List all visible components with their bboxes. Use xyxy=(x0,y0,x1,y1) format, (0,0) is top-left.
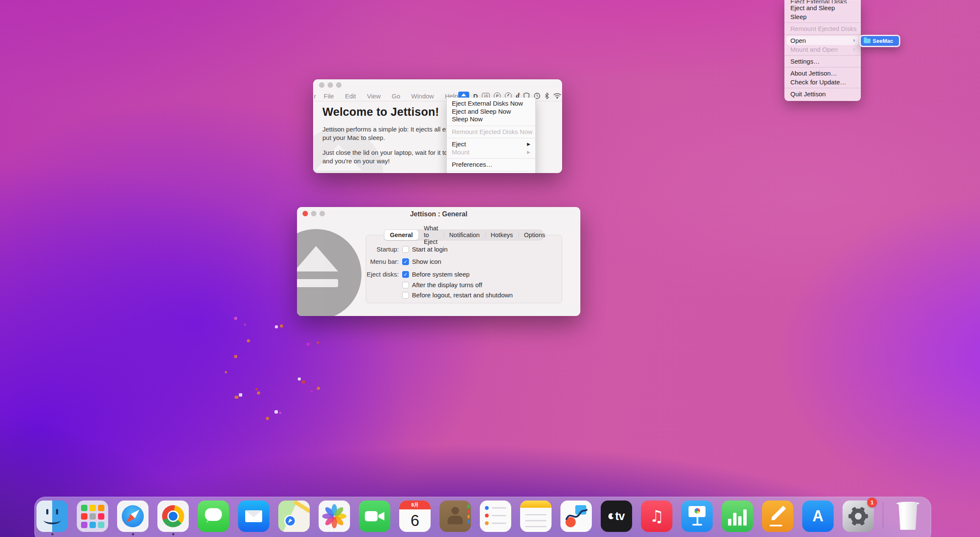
welcome-window: r File Edit View Go Window Help D 15 P d… xyxy=(313,79,562,173)
tv-label: tv xyxy=(615,510,624,523)
menu-item-sleep[interactable]: Sleep xyxy=(784,12,861,21)
bluetooth-icon[interactable] xyxy=(545,92,549,99)
running-indicator-chrome xyxy=(172,533,174,535)
menu-separator xyxy=(447,158,535,159)
menu-file[interactable]: File xyxy=(324,92,334,100)
app-store-letter: A xyxy=(812,507,823,525)
dock-icon-system-settings[interactable]: 1 xyxy=(843,501,874,532)
menu-app-partial: r xyxy=(314,92,316,100)
dock-icon-music[interactable]: ♫ xyxy=(641,501,672,532)
dock-icon-pages[interactable] xyxy=(762,501,793,532)
menu-bar-row: Menu bar: ✓ Show icon xyxy=(402,258,441,265)
dock-icon-app-store[interactable]: A xyxy=(802,501,834,532)
confetti-speck xyxy=(234,355,237,358)
menu-view[interactable]: View xyxy=(367,92,381,100)
submenu-arrow-icon: ▶ xyxy=(527,140,530,148)
apple-logo-icon xyxy=(608,513,614,519)
tab-notification[interactable]: Notification xyxy=(444,230,485,240)
dock-icon-apple-tv[interactable]: tv xyxy=(601,501,632,532)
menu-item-settings[interactable]: Settings… xyxy=(784,57,861,66)
menu-item-quit-jettison[interactable]: Quit Jettison xyxy=(784,90,861,98)
calendar-day: 6 xyxy=(399,509,431,532)
running-indicator-safari xyxy=(132,533,134,535)
menu-item-eject-and-sleep-now[interactable]: Eject and Sleep Now xyxy=(447,108,535,116)
startup-label: Startup: xyxy=(376,246,399,253)
menu-item-check-for-update[interactable]: Check for Update… xyxy=(784,78,861,87)
submenu-item-seemac[interactable]: SeeMac xyxy=(861,36,899,46)
window-title: Jettison : General xyxy=(297,210,580,218)
tab-bar: General What to Eject Notification Hotke… xyxy=(384,229,543,241)
tab-options[interactable]: Options xyxy=(518,230,551,240)
confetti-speck xyxy=(311,390,313,392)
menu-item-eject[interactable]: Eject ▶ xyxy=(447,140,535,148)
submenu-arrow-icon: › xyxy=(853,36,855,45)
show-icon-label: Show icon xyxy=(412,258,441,265)
folder-icon xyxy=(864,39,871,43)
open-submenu: SeeMac xyxy=(860,35,900,47)
tab-general[interactable]: General xyxy=(384,230,418,240)
before-system-sleep-checkbox[interactable]: ✓ xyxy=(402,271,409,278)
menu-item-eject-external-disks-now[interactable]: Eject External Disks Now xyxy=(447,100,535,108)
dock-icon-chrome[interactable] xyxy=(157,501,189,532)
menu-separator xyxy=(447,138,535,138)
menu-item-preferences[interactable]: Preferences… xyxy=(447,161,535,169)
dock-icon-freeform[interactable] xyxy=(560,501,592,532)
confetti-speck xyxy=(274,410,278,414)
dock-icon-numbers[interactable] xyxy=(722,501,753,532)
menu-window[interactable]: Window xyxy=(411,92,434,100)
squiggle xyxy=(560,501,592,532)
menu-item-open[interactable]: Open › xyxy=(787,36,859,45)
dock-separator xyxy=(883,502,883,529)
menu-item-sleep-now[interactable]: Sleep Now xyxy=(447,115,535,123)
close-button[interactable] xyxy=(319,82,325,88)
menu-separator xyxy=(784,67,861,67)
dock-icon-launchpad[interactable] xyxy=(77,501,108,532)
confetti-speck xyxy=(279,412,281,414)
menu-separator xyxy=(784,88,861,88)
dock-icon-messages[interactable] xyxy=(198,501,229,532)
dock-icon-notes[interactable] xyxy=(520,501,552,532)
dock-icon-safari[interactable] xyxy=(117,501,148,532)
menu-go[interactable]: Go xyxy=(392,92,400,100)
confetti-speck xyxy=(255,388,258,390)
preferences-window: Jettison : General General What to Eject… xyxy=(297,207,580,316)
start-at-login-checkbox[interactable] xyxy=(402,246,409,253)
dock-icon-reminders[interactable] xyxy=(480,501,511,532)
dock-icon-calendar[interactable]: 8月 6 xyxy=(399,501,431,532)
confetti-speck xyxy=(275,325,278,328)
confetti-speck xyxy=(239,393,242,397)
jettison-logo-watermark xyxy=(297,229,361,316)
eject-bar xyxy=(297,279,338,287)
menu-edit[interactable]: Edit xyxy=(345,92,356,100)
calendar-month: 8月 xyxy=(399,501,431,509)
menu-item-about-jettison[interactable]: About Jettison… xyxy=(784,69,861,78)
wifi-icon[interactable] xyxy=(553,93,561,99)
dock: 8月 6 tv ♫ A xyxy=(34,497,931,537)
menu-item-remount-ejected-disks-now: Remount Ejected Disks Now xyxy=(447,128,535,136)
menu-item-eject-and-sleep[interactable]: Eject and Sleep xyxy=(784,3,861,12)
dock-icon-facetime[interactable] xyxy=(359,501,390,532)
after-display-off-label: After the display turns off xyxy=(412,281,482,288)
zoom-button[interactable] xyxy=(336,82,342,88)
menu-separator xyxy=(784,22,861,23)
after-display-off-checkbox[interactable] xyxy=(402,282,409,288)
eject-disks-row-2: After the display turns off xyxy=(402,281,482,288)
before-logout-checkbox[interactable] xyxy=(402,292,409,299)
eject-triangle xyxy=(297,246,338,271)
dock-icon-maps[interactable] xyxy=(278,501,310,532)
tab-hotkeys[interactable]: Hotkeys xyxy=(485,230,518,240)
menu-item-eject-external-disks[interactable]: Eject External Disks xyxy=(784,0,861,3)
show-icon-checkbox[interactable]: ✓ xyxy=(402,258,409,265)
menu-item-mount-and-open: Mount and Open › xyxy=(784,45,861,54)
jettison-status-menu: Eject External Disks Eject and Sleep Sle… xyxy=(784,0,861,101)
menu-item-mount: Mount ▶ xyxy=(447,148,535,157)
dock-icon-trash[interactable] xyxy=(892,501,924,532)
dock-icon-finder[interactable] xyxy=(36,501,68,532)
dock-icon-photos[interactable] xyxy=(319,501,350,532)
minimize-button[interactable] xyxy=(328,82,333,88)
tab-what-to-eject[interactable]: What to Eject xyxy=(418,230,444,240)
dock-icon-contacts[interactable] xyxy=(440,501,471,532)
confetti-speck xyxy=(298,378,301,380)
dock-icon-mail[interactable] xyxy=(238,501,269,532)
dock-icon-keynote[interactable] xyxy=(681,501,713,532)
